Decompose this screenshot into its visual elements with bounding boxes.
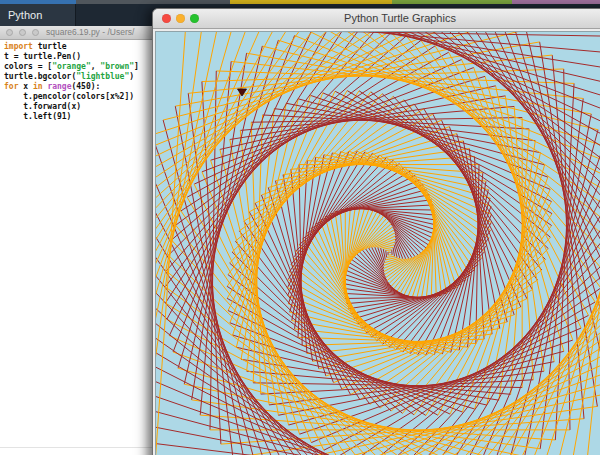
turtle-window-titlebar[interactable]: Python Turtle Graphics — [153, 9, 600, 29]
code-editor-area[interactable]: import turtlet = turtle.Pen()colors = ["… — [0, 40, 152, 455]
code-line: t = turtle.Pen() — [4, 52, 152, 62]
tab-python-label: Python — [8, 9, 42, 21]
editor-close-button[interactable] — [6, 29, 13, 36]
code-line: t.left(91) — [4, 112, 152, 122]
code-line: t.forward(x) — [4, 102, 152, 112]
editor-bottom-divider — [0, 447, 152, 448]
code-line: turtle.bgcolor("lightblue") — [4, 72, 152, 82]
code-line: colors = ["orange", "brown"] — [4, 62, 152, 72]
code-line: import turtle — [4, 42, 152, 52]
editor-zoom-button[interactable] — [32, 29, 39, 36]
editor-minimize-button[interactable] — [19, 29, 26, 36]
code-line: t.pencolor(colors[x%2]) — [4, 92, 152, 102]
turtle-graphics-window: Python Turtle Graphics — [152, 8, 600, 455]
screen: { "top_strips": { "blue": "#3671b0", "gr… — [0, 0, 600, 455]
tab-python[interactable]: Python — [0, 4, 76, 26]
editor-window: square6.19.py - /Users/ import turtlet =… — [0, 26, 152, 455]
turtle-window-title: Python Turtle Graphics — [153, 9, 600, 28]
editor-titlebar: square6.19.py - /Users/ — [0, 26, 152, 40]
code-line: for x in range(450): — [4, 82, 152, 92]
turtle-canvas — [155, 31, 600, 455]
editor-window-title: square6.19.py - /Users/ — [46, 26, 134, 39]
